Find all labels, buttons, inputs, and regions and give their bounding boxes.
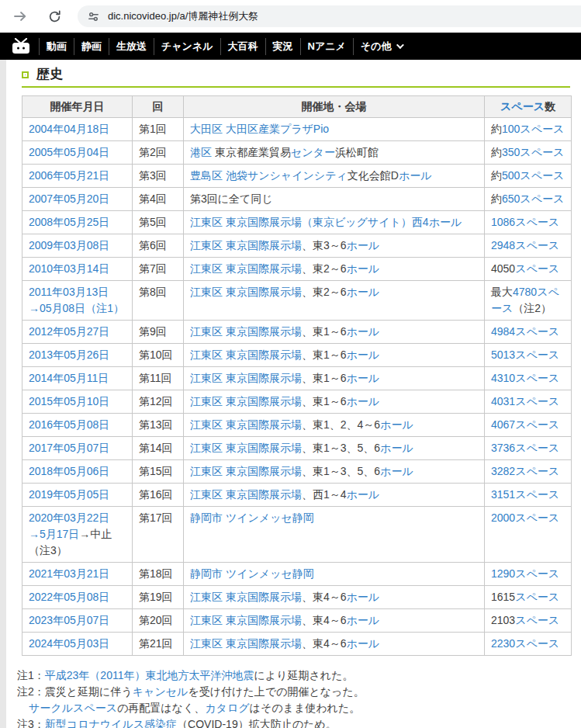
venue-link[interactable]: ホール — [399, 169, 432, 182]
nav-item-6[interactable]: 実況 — [265, 38, 300, 55]
date-link[interactable]: 2005年05月04日 — [29, 146, 109, 158]
header-link[interactable]: スペース — [500, 100, 545, 113]
forward-button[interactable] — [11, 7, 29, 26]
date-link[interactable]: 2010年03月14日 — [29, 262, 109, 275]
nav-item-4[interactable]: チャンネル — [154, 38, 220, 55]
venue-link[interactable]: 豊島区 池袋サンシャインシティ — [190, 169, 348, 182]
venue-link[interactable]: 江東区 東京国際展示場 — [190, 488, 302, 501]
venue-link[interactable]: ホール — [346, 348, 379, 361]
spaces-link[interactable]: 500スペース — [502, 169, 564, 182]
nav-item-8[interactable]: その他 — [353, 38, 410, 55]
venue-link[interactable]: 江東区 東京国際展示場 — [190, 465, 302, 477]
date-link[interactable]: 2006年05月21日 — [29, 169, 109, 182]
date-link[interactable]: 2011年03月13日 →05月08日（注1） — [29, 286, 124, 314]
spaces-link[interactable]: 3151スペース — [491, 488, 559, 501]
note-link[interactable]: サークルスペース — [29, 702, 117, 714]
date-link[interactable]: 2008年05月25日 — [29, 216, 109, 228]
venue-link[interactable]: ホール — [346, 372, 379, 384]
date-link[interactable]: 2014年05月11日 — [29, 372, 109, 384]
spaces-link[interactable]: 2948スペース — [491, 239, 559, 251]
venue-link[interactable]: ホール — [346, 395, 379, 407]
venue-link[interactable]: ホール — [346, 262, 379, 275]
venue-link[interactable]: ホール — [380, 418, 413, 431]
reload-button[interactable] — [45, 7, 64, 26]
venue-link[interactable]: 江東区 東京国際展示場 — [190, 442, 302, 454]
venue-link[interactable]: ホール — [346, 286, 379, 298]
venue-link[interactable]: 静岡市 ツインメッセ静岡 — [190, 567, 314, 580]
note-link[interactable]: キャンセル — [133, 685, 188, 698]
spaces-cell: 約350スペース — [485, 141, 572, 165]
venue-link[interactable]: 大田区 大田区産業プラザPio — [190, 123, 329, 135]
venue-link[interactable]: 江東区 東京国際展示場 — [190, 395, 302, 407]
nav-item-7[interactable]: Nアニメ — [300, 38, 353, 55]
spaces-link[interactable]: 4984スペース — [491, 325, 559, 338]
date-cell: 2010年03月14日 — [22, 258, 133, 281]
venue-link[interactable]: ホール — [380, 442, 413, 454]
date-link[interactable]: 2024年05月03日 — [29, 637, 109, 650]
venue-link[interactable]: 江東区 東京国際展示場 — [190, 372, 302, 384]
spaces-link[interactable]: 4310スペース — [491, 372, 559, 384]
date-link[interactable]: 2007年05月20日 — [29, 192, 109, 205]
niconico-tv-logo[interactable] — [8, 38, 39, 55]
venue-link[interactable]: ホール — [346, 239, 379, 251]
date-link[interactable]: 2016年05月08日 — [29, 418, 109, 431]
nav-item-label: 生放送 — [116, 40, 147, 54]
date-link[interactable]: 2023年05月07日 — [29, 614, 109, 626]
venue-link[interactable]: 江東区 東京国際展示場 — [190, 262, 302, 275]
note-link[interactable]: 平成23年（2011年）東北地方太平洋沖地震 — [45, 669, 254, 681]
nav-item-1[interactable]: 動画 — [39, 38, 74, 55]
date-link[interactable]: 2015年05月10日 — [29, 395, 109, 407]
spaces-link[interactable]: 3282スペース — [491, 465, 559, 477]
nav-item-3[interactable]: 生放送 — [109, 38, 154, 55]
spaces-link[interactable]: スペース — [515, 262, 559, 275]
date-link[interactable]: 2019年05月05日 — [29, 488, 109, 501]
venue-link[interactable]: ホール — [346, 637, 379, 650]
spaces-link[interactable]: 5013スペース — [491, 348, 559, 361]
venue-link[interactable]: 静岡市 ツインメッセ静岡 — [190, 511, 314, 524]
date-link[interactable]: 2004年04月18日 — [29, 123, 109, 135]
date-link[interactable]: 2012年05月27日 — [29, 325, 109, 338]
venue-link[interactable]: 江東区 東京国際展示場 — [190, 239, 302, 251]
date-link[interactable]: 2022年05月08日 — [29, 591, 109, 603]
date-link[interactable]: 2018年05月06日 — [29, 465, 109, 477]
address-bar[interactable]: dic.nicovideo.jp/a/博麗神社例大祭 — [78, 5, 581, 27]
spaces-link[interactable]: 1086スペース — [491, 216, 559, 228]
nav-item-5[interactable]: 大百科 — [220, 38, 265, 55]
venue-link[interactable]: 江東区 東京国際展示場 — [190, 591, 302, 603]
footnotes: 注1：平成23年（2011年）東北地方太平洋沖地震により延期された。注2：震災と… — [17, 667, 572, 728]
venue-link[interactable]: ホール — [346, 614, 379, 626]
venue-link[interactable]: ホール — [346, 591, 379, 603]
spaces-link[interactable]: 650スペース — [502, 192, 564, 205]
venue-link[interactable]: 江東区 東京国際展示場（東京ビッグサイト）西4ホール — [190, 216, 462, 228]
venue-text: 、東4～6 — [302, 637, 347, 650]
spaces-link[interactable]: 3736スペース — [491, 442, 559, 454]
venue-link[interactable]: 江東区 東京国際展示場 — [190, 637, 302, 650]
note-link[interactable]: 新型コロナウイルス感染症 — [45, 718, 177, 728]
spaces-link[interactable]: 2230スペース — [491, 637, 559, 650]
venue-link[interactable]: ホール — [380, 465, 413, 477]
date-link[interactable]: 2021年03月21日 — [29, 567, 109, 580]
date-link[interactable]: 2013年05月26日 — [29, 348, 109, 361]
venue-link[interactable]: 江東区 東京国際展示場 — [190, 325, 302, 338]
spaces-link[interactable]: 4031スペース — [491, 395, 559, 407]
venue-cell: 豊島区 池袋サンシャインシティ文化会館Dホール — [184, 165, 485, 188]
venue-link[interactable]: 港区 — [190, 146, 212, 158]
date-link[interactable]: 2009年03月08日 — [29, 239, 109, 251]
spaces-link[interactable]: 4067スペース — [491, 418, 559, 431]
spaces-link[interactable]: 2000スペース — [491, 511, 559, 524]
venue-link[interactable]: ホール — [346, 325, 379, 338]
note-link[interactable]: カタログ — [205, 702, 249, 714]
venue-link[interactable]: 江東区 東京国際展示場 — [190, 286, 302, 298]
venue-link[interactable]: ホール — [346, 488, 379, 501]
venue-link[interactable]: 江東区 東京国際展示場 — [190, 614, 302, 626]
spaces-link[interactable]: 1290スペース — [491, 567, 559, 580]
spaces-link[interactable]: スペース — [515, 614, 559, 626]
date-link[interactable]: 2017年05月07日 — [29, 442, 109, 454]
spaces-link[interactable]: スペース — [515, 591, 559, 603]
venue-link[interactable]: 江東区 東京国際展示場 — [190, 418, 302, 431]
spaces-link[interactable]: 100スペース — [502, 123, 564, 135]
venue-link[interactable]: 江東区 東京国際展示場 — [190, 348, 302, 361]
spaces-link[interactable]: 350スペース — [502, 146, 564, 158]
venue-link[interactable]: センター — [291, 146, 335, 158]
nav-item-2[interactable]: 静画 — [74, 38, 109, 55]
